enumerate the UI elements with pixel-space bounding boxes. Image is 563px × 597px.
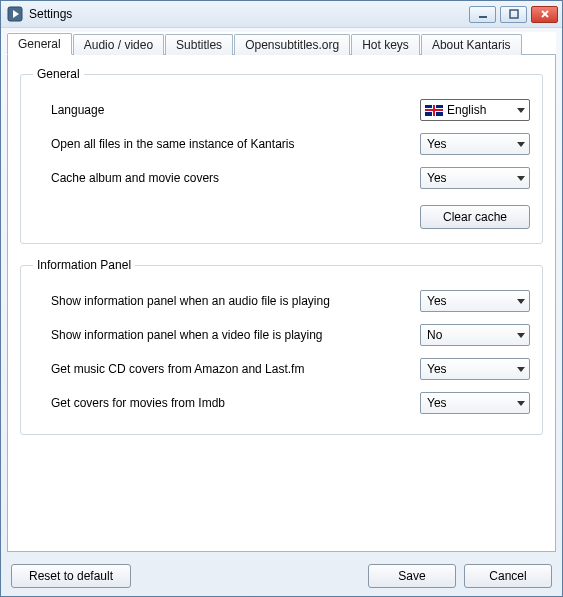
row-same-instance: Open all files in the same instance of K… bbox=[33, 127, 530, 161]
chevron-down-icon bbox=[517, 365, 525, 373]
group-legend: General bbox=[33, 67, 84, 81]
language-label: Language bbox=[51, 103, 420, 117]
svg-rect-2 bbox=[479, 16, 487, 18]
row-clear-cache: Clear cache bbox=[33, 195, 530, 229]
row-info-video: Show information panel when a video file… bbox=[33, 318, 530, 352]
minimize-button[interactable] bbox=[469, 6, 496, 23]
tab-hot-keys[interactable]: Hot keys bbox=[351, 34, 420, 55]
movie-covers-select[interactable]: Yes bbox=[420, 392, 530, 414]
chevron-down-icon bbox=[517, 399, 525, 407]
svg-marker-10 bbox=[517, 333, 525, 338]
tab-label: Subtitles bbox=[176, 38, 222, 52]
close-button[interactable] bbox=[531, 6, 558, 23]
button-label: Reset to default bbox=[29, 569, 113, 583]
chevron-down-icon bbox=[517, 331, 525, 339]
svg-marker-8 bbox=[517, 176, 525, 181]
tab-body: General Language English Open all files … bbox=[7, 54, 556, 552]
tab-label: Audio / video bbox=[84, 38, 153, 52]
tab-subtitles[interactable]: Subtitles bbox=[165, 34, 233, 55]
tab-label: About Kantaris bbox=[432, 38, 511, 52]
maximize-button[interactable] bbox=[500, 6, 527, 23]
row-cache-covers: Cache album and movie covers Yes bbox=[33, 161, 530, 195]
same-instance-select[interactable]: Yes bbox=[420, 133, 530, 155]
tab-general[interactable]: General bbox=[7, 33, 72, 55]
cache-covers-value: Yes bbox=[427, 171, 517, 185]
info-audio-select[interactable]: Yes bbox=[420, 290, 530, 312]
svg-marker-12 bbox=[517, 401, 525, 406]
tab-opensubtitles[interactable]: Opensubtitles.org bbox=[234, 34, 350, 55]
group-legend: Information Panel bbox=[33, 258, 135, 272]
client-area: General Audio / video Subtitles Opensubt… bbox=[7, 32, 556, 552]
group-info-panel: Information Panel Show information panel… bbox=[20, 258, 543, 435]
button-label: Save bbox=[398, 569, 425, 583]
chevron-down-icon bbox=[517, 140, 525, 148]
movie-covers-label: Get covers for movies from Imdb bbox=[51, 396, 420, 410]
chevron-down-icon bbox=[517, 297, 525, 305]
info-video-value: No bbox=[427, 328, 517, 342]
svg-marker-6 bbox=[517, 108, 525, 113]
chevron-down-icon bbox=[517, 106, 525, 114]
info-video-select[interactable]: No bbox=[420, 324, 530, 346]
row-movie-covers: Get covers for movies from Imdb Yes bbox=[33, 386, 530, 420]
reset-button[interactable]: Reset to default bbox=[11, 564, 131, 588]
tab-about[interactable]: About Kantaris bbox=[421, 34, 522, 55]
cache-covers-select[interactable]: Yes bbox=[420, 167, 530, 189]
settings-window: Settings General Audio / video Subtitles… bbox=[0, 0, 563, 597]
svg-rect-3 bbox=[510, 10, 518, 18]
info-audio-label: Show information panel when an audio fil… bbox=[51, 294, 420, 308]
tab-label: Hot keys bbox=[362, 38, 409, 52]
row-cd-covers: Get music CD covers from Amazon and Last… bbox=[33, 352, 530, 386]
same-instance-value: Yes bbox=[427, 137, 517, 151]
window-title: Settings bbox=[29, 7, 469, 21]
clear-cache-button[interactable]: Clear cache bbox=[420, 205, 530, 229]
cd-covers-select[interactable]: Yes bbox=[420, 358, 530, 380]
button-label: Clear cache bbox=[443, 210, 507, 224]
cancel-button[interactable]: Cancel bbox=[464, 564, 552, 588]
app-icon bbox=[7, 6, 23, 22]
svg-marker-7 bbox=[517, 142, 525, 147]
chevron-down-icon bbox=[517, 174, 525, 182]
group-general: General Language English Open all files … bbox=[20, 67, 543, 244]
svg-marker-11 bbox=[517, 367, 525, 372]
same-instance-label: Open all files in the same instance of K… bbox=[51, 137, 420, 151]
cache-covers-label: Cache album and movie covers bbox=[51, 171, 420, 185]
window-controls bbox=[469, 6, 558, 23]
svg-marker-9 bbox=[517, 299, 525, 304]
row-language: Language English bbox=[33, 93, 530, 127]
cd-covers-label: Get music CD covers from Amazon and Last… bbox=[51, 362, 420, 376]
row-info-audio: Show information panel when an audio fil… bbox=[33, 284, 530, 318]
tab-strip: General Audio / video Subtitles Opensubt… bbox=[7, 32, 556, 54]
language-select[interactable]: English bbox=[420, 99, 530, 121]
uk-flag-icon bbox=[425, 105, 443, 116]
info-audio-value: Yes bbox=[427, 294, 517, 308]
footer: Reset to default Save Cancel bbox=[1, 558, 562, 596]
cd-covers-value: Yes bbox=[427, 362, 517, 376]
titlebar: Settings bbox=[1, 1, 562, 28]
movie-covers-value: Yes bbox=[427, 396, 517, 410]
info-video-label: Show information panel when a video file… bbox=[51, 328, 420, 342]
tab-label: Opensubtitles.org bbox=[245, 38, 339, 52]
tab-label: General bbox=[18, 37, 61, 51]
button-label: Cancel bbox=[489, 569, 526, 583]
save-button[interactable]: Save bbox=[368, 564, 456, 588]
language-value: English bbox=[447, 103, 517, 117]
tab-audio-video[interactable]: Audio / video bbox=[73, 34, 164, 55]
